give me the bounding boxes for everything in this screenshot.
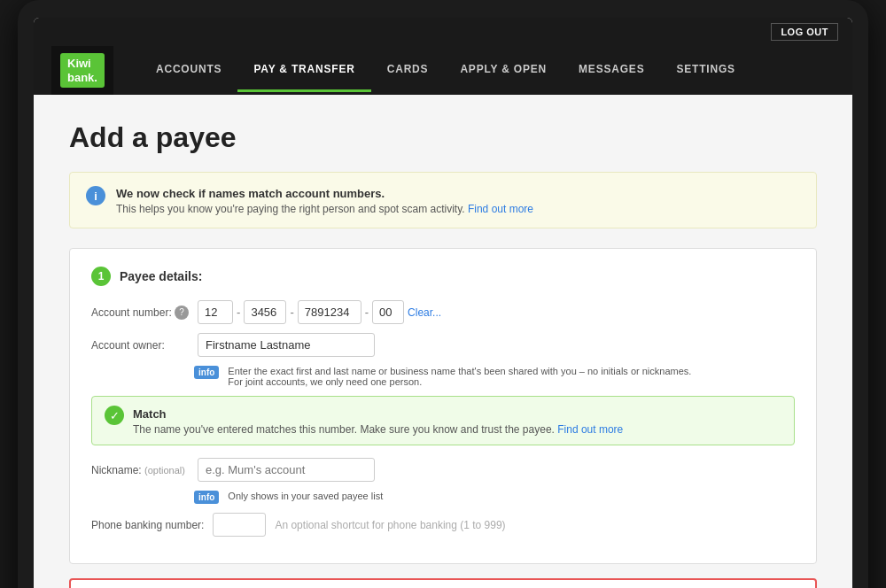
logo-box: Kiwi bank. [60,53,105,88]
acct-dash2: - [290,306,293,319]
nav-item-apply-open[interactable]: APPLY & OPEN [444,49,563,92]
account-number-label: Account number: ? [91,306,189,320]
page-title: Add a payee [69,121,817,154]
nickname-hint-text: Only shows in your saved payee list [228,491,383,501]
phone-banking-hint: An optional shortcut for phone banking (… [275,519,505,531]
account-owner-hint: info Enter the exact first and last name… [91,366,795,387]
info-banner-link[interactable]: Find out more [468,203,533,215]
phone-banking-input[interactable] [213,513,266,537]
account-part3-input[interactable] [298,300,361,324]
section1-title: Payee details: [120,269,202,283]
account-number-help-icon[interactable]: ? [175,306,189,320]
account-fields: - - - Clear... [198,300,441,324]
acct-dash3: - [365,306,369,319]
section1-header: 1 Payee details: [91,267,795,286]
match-check-icon: ✓ [105,406,124,425]
account-number-row: Account number: ? - - - Clear... [91,300,795,324]
info-banner-text: We now check if names match account numb… [116,185,533,215]
nav-item-accounts[interactable]: ACCOUNTS [140,49,237,92]
match-text: Match The name you've entered matches th… [133,406,623,436]
account-part2-input[interactable] [244,300,286,324]
account-part4-input[interactable] [372,300,404,324]
nav-item-messages[interactable]: MESSAGES [563,49,660,92]
statement-details-section: 2 Statement details: Particulars Code Re… [69,578,817,588]
screen: LOG OUT Kiwi bank. ACCOUNTS PAY & TRANSF… [34,18,852,588]
phone-banking-row: Phone banking number: An optional shortc… [91,513,795,537]
logo-wrap: Kiwi bank. [51,46,113,95]
info-banner-body: This helps you know you're paying the ri… [116,203,533,215]
nickname-input[interactable] [198,458,375,482]
info-banner-heading: We now check if names match account numb… [116,187,385,200]
nav-items: ACCOUNTS PAY & TRANSFER CARDS APPLY & OP… [140,49,751,92]
nav-bar: Kiwi bank. ACCOUNTS PAY & TRANSFER CARDS… [34,46,852,95]
phone-banking-label: Phone banking number: [91,519,204,531]
match-box: ✓ Match The name you've entered matches … [91,396,795,445]
account-owner-row: Account owner: [91,333,795,357]
account-owner-hint-text: Enter the exact first and last name or b… [228,366,691,387]
info-tag-1: info [194,366,219,379]
top-bar: LOG OUT [34,18,852,46]
logout-button[interactable]: LOG OUT [771,23,838,41]
content: Add a payee i We now check if names matc… [34,95,852,588]
account-owner-label: Account owner: [91,339,189,352]
match-heading: Match [133,407,167,421]
info-banner: i We now check if names match account nu… [69,172,817,228]
nav-item-cards[interactable]: CARDS [371,49,445,92]
nav-item-settings[interactable]: SETTINGS [660,49,750,92]
nickname-label: Nickname: (optional) [91,464,189,476]
info-tag-2: info [194,491,219,504]
account-owner-input[interactable] [198,333,375,357]
nickname-row: Nickname: (optional) [91,458,795,482]
match-link[interactable]: Find out more [557,423,623,436]
clear-link[interactable]: Clear... [408,306,441,319]
tablet-frame: LOG OUT Kiwi bank. ACCOUNTS PAY & TRANSF… [18,0,868,588]
account-part1-input[interactable] [198,300,233,324]
nav-item-pay-transfer[interactable]: PAY & TRANSFER [237,49,370,92]
match-body: The name you've entered matches this num… [133,423,623,436]
acct-dash1: - [237,306,240,319]
info-icon: i [86,186,105,205]
payee-details-section: 1 Payee details: Account number: ? - - [69,248,817,564]
nickname-hint: info Only shows in your saved payee list [91,491,795,504]
step1-badge: 1 [91,267,111,286]
logo-text: Kiwi bank. [67,57,97,84]
